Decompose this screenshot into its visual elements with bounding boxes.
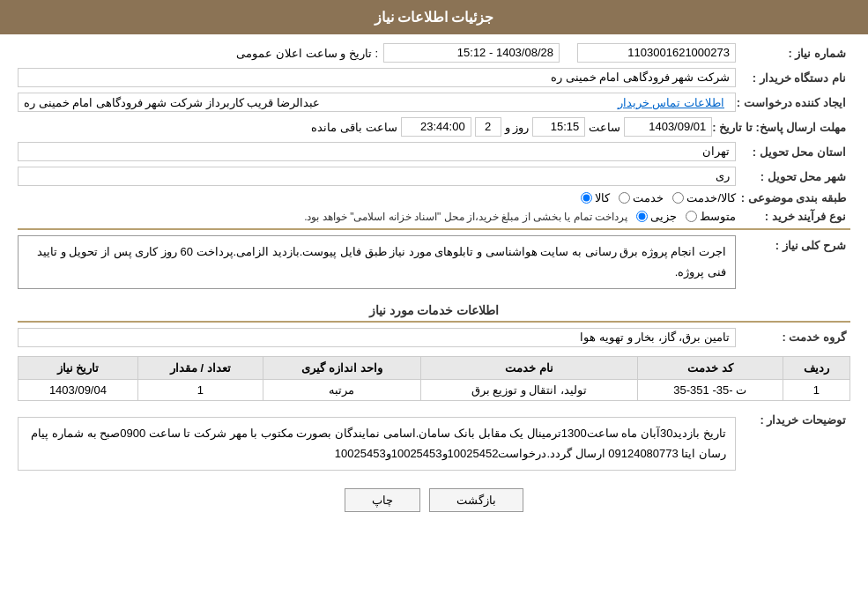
ijad-konande-text: عبدالرضا قریب کاربرداز شرکت شهر فرودگاهی… [24,96,320,109]
saat-label: ساعت [585,121,624,134]
back-button[interactable]: بازگشت [429,488,523,512]
tabaqe-khedmat-text: خدمت [633,191,664,204]
ijad-konande-value: اطلاعات تماس خریدار عبدالرضا قریب کاربرد… [18,93,736,112]
farayand-radio-group: متوسط جزیی [636,210,736,223]
sharh-value: اجرت انجام پروژه برق رسانی به سایت هواشن… [18,235,736,289]
cell-tarikh: 1403/09/04 [19,379,138,400]
grouh-value: تامین برق، گاز، بخار و تهویه هوا [18,328,736,347]
col-tarikh: تاریخ نیاز [19,356,138,379]
farayand-mottaset-item: متوسط [686,210,736,223]
shomara-row: شماره نیاز : 1103001621000273 1403/08/28… [18,43,850,63]
farayand-jozei-text: جزیی [650,210,677,223]
col-vahed: واحد اندازه گیری [263,356,420,379]
shahr-value: ری [18,167,736,186]
nam-dastgah-row: نام دستگاه خریدار : شرکت شهر فرودگاهی ام… [18,68,850,87]
ostan-label: استان محل تحویل : [736,145,850,159]
services-table: ردیف کد خدمت نام خدمت واحد اندازه گیری ت… [18,356,850,401]
tabaqe-label: طبقه بندی موضوعی : [736,191,850,204]
mohlat-saat: 23:44:00 [401,117,471,137]
cell-vahed: مرتبه [263,379,420,400]
buttons-row: بازگشت چاپ [18,488,850,525]
shahr-label: شهر محل تحویل : [736,170,850,183]
ijad-konande-row: ایجاد کننده درخواست : اطلاعات تماس خریدا… [18,93,850,112]
farayand-mottaset-text: متوسط [700,210,736,223]
baqi-mande-label: ساعت باقی مانده [308,121,400,134]
col-radif: ردیف [783,356,849,379]
tabaqe-kala-radio[interactable] [581,192,592,204]
col-nam: نام خدمت [420,356,637,379]
mohlat-label: مهلت ارسال پاسخ: تا تاریخ : [712,121,850,134]
mohlat-roz: 2 [475,117,501,137]
tabaqe-row: طبقه بندی موضوعی : کالا/خدمت خدمت کالا [18,191,850,204]
ostan-row: استان محل تحویل : تهران [18,142,850,161]
sharh-label: شرح کلی نیاز : [736,235,850,252]
nam-dastgah-label: نام دستگاه خریدار : [736,71,850,85]
table-header-row: ردیف کد خدمت نام خدمت واحد اندازه گیری ت… [19,356,850,379]
tabaqe-kala-item: کالا [581,191,610,204]
content-area: شماره نیاز : 1103001621000273 1403/08/28… [0,34,868,534]
tawsihat-row: توضیحات خریدار : تاریخ بازدید30آبان ماه … [18,410,850,478]
tabaqe-kala-khedmat-radio[interactable] [672,192,684,204]
tabaqe-radio-group: کالا/خدمت خدمت کالا [581,191,736,204]
print-button[interactable]: چاپ [345,488,420,512]
farayand-label: نوع فرآیند خرید : [736,210,850,223]
grouh-label: گروه خدمت : [736,330,850,344]
services-table-section: ردیف کد خدمت نام خدمت واحد اندازه گیری ت… [18,356,850,401]
farayand-description: پرداخت تمام یا بخشی از مبلغ خرید،از محل … [304,211,627,223]
tabaqe-kala-text: کالا [595,191,610,204]
page-container: جزئیات اطلاعات نیاز شماره نیاز : 1103001… [0,0,868,609]
tawsihat-value: تاریخ بازدید30آبان ماه ساعت1300ترمینال ی… [18,417,736,471]
mohlat-date: 1403/09/01 [624,117,712,137]
roz-label: روز و [501,121,533,134]
col-kod: کد خدمت [637,356,783,379]
farayand-mottaset-radio[interactable] [686,211,697,222]
farayand-row: نوع فرآیند خرید : متوسط جزیی پرداخت تمام… [18,210,850,223]
table-row: 1 ت -35- 351-35 تولید، انتقال و توزیع بر… [19,379,850,400]
shomara-label: شماره نیاز : [736,47,850,60]
shomara-value: 1103001621000273 [577,43,736,63]
shahr-row: شهر محل تحویل : ری [18,167,850,186]
mohlat-time: 15:15 [532,117,585,137]
tabaqe-khedmat-radio[interactable] [619,192,630,204]
tabaqe-kala-khedmat-item: کالا/خدمت [672,191,736,204]
farayand-jozei-radio[interactable] [636,211,648,222]
cell-radif: 1 [783,379,849,400]
tabaqe-kala-khedmat-text: کالا/خدمت [686,191,736,204]
tabaqe-khedmat-item: خدمت [619,191,664,204]
cell-nam: تولید، انتقال و توزیع برق [420,379,637,400]
nam-dastgah-value: شرکت شهر فرودگاهی امام خمینی ره [18,68,736,87]
ostan-value: تهران [18,142,736,161]
col-tedad: تعداد / مقدار [137,356,263,379]
tawsihat-label: توضیحات خریدار : [736,410,850,427]
grouh-row: گروه خدمت : تامین برق، گاز، بخار و تهویه… [18,328,850,347]
mohlat-row: مهلت ارسال پاسخ: تا تاریخ : 1403/09/01 س… [18,117,850,137]
divider-1 [18,228,850,230]
ettelaat-link[interactable]: اطلاعات تماس خریدار [618,96,724,109]
sharh-row: شرح کلی نیاز : اجرت انجام پروژه برق رسان… [18,235,850,296]
page-title: جزئیات اطلاعات نیاز [375,10,494,25]
tarikh-ilan-label: : تاریخ و ساعت اعلان عمومی [236,47,378,60]
ijad-konande-label: ایجاد کننده درخواست : [736,96,850,109]
ettelaat-khadamat-title: اطلاعات خدمات مورد نیاز [18,303,850,323]
cell-tedad: 1 [137,379,263,400]
cell-kod: ت -35- 351-35 [637,379,783,400]
farayand-jozei-item: جزیی [636,210,677,223]
tarikh-ilan-value: 1403/08/28 - 15:12 [383,43,560,63]
page-header: جزئیات اطلاعات نیاز [0,0,868,34]
